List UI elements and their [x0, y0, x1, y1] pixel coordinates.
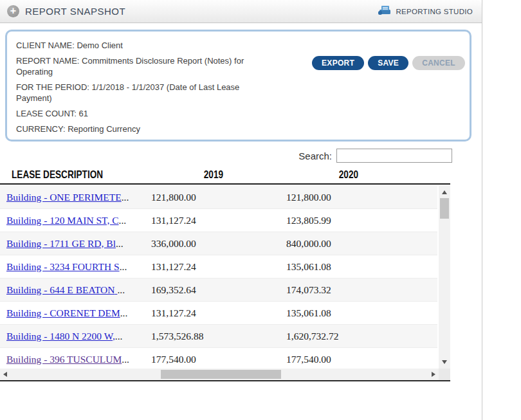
- horizontal-scrollbar[interactable]: [0, 369, 439, 380]
- scroll-right-icon[interactable]: [428, 369, 439, 379]
- report-info-panel: CLIENT NAME: Demo Client REPORT NAME: Co…: [5, 30, 471, 142]
- value-2020: 123,805.99: [286, 215, 437, 226]
- table-header: LEASE DESCRIPTION 2019 2020: [0, 166, 450, 185]
- lease-link[interactable]: Building - 3234 FOURTH S...: [6, 261, 127, 272]
- table-row: Building - ONE PERIMETE... 121,800.00 12…: [0, 186, 437, 209]
- lease-link[interactable]: Building - CORENET DEM...: [6, 307, 127, 318]
- value-2020: 1,620,732.72: [286, 331, 437, 342]
- value-2019: 177,540.00: [151, 354, 286, 365]
- reporting-studio-icon: [378, 5, 392, 18]
- value-2019: 336,000.00: [151, 238, 286, 250]
- titlebar: + REPORT SNAPSHOT REPORTING STUDIO: [0, 0, 482, 23]
- scroll-down-icon[interactable]: [439, 357, 450, 367]
- scrollbar-corner: [439, 369, 450, 380]
- table-row: Building - 644 E BEATON ... 169,352.64 1…: [0, 278, 437, 302]
- scroll-up-icon[interactable]: [439, 187, 450, 197]
- table-body: Building - ONE PERIMETE... 121,800.00 12…: [0, 186, 450, 369]
- lease-link[interactable]: Building - 120 MAIN ST, C...: [6, 215, 126, 226]
- report-snapshot-page: + REPORT SNAPSHOT REPORTING STUDIO CLI: [0, 0, 521, 420]
- column-header-2019: 2019: [146, 169, 281, 181]
- value-2020: 174,073.32: [286, 284, 437, 296]
- reporting-studio-label: REPORTING STUDIO: [396, 8, 473, 15]
- expand-plus-icon[interactable]: +: [7, 5, 19, 17]
- export-button[interactable]: EXPORT: [312, 56, 364, 70]
- lease-link[interactable]: Building - 1480 N 2200 W,...: [6, 331, 122, 342]
- value-2019: 131,127.24: [151, 215, 286, 226]
- lease-link[interactable]: Building - 396 TUSCULUM...: [6, 354, 129, 365]
- reporting-studio-button[interactable]: REPORTING STUDIO: [378, 5, 473, 18]
- table-row: Building - 120 MAIN ST, C... 131,127.24 …: [0, 209, 437, 232]
- cancel-button[interactable]: CANCEL: [412, 56, 465, 70]
- save-button[interactable]: SAVE: [368, 56, 408, 70]
- value-2019: 131,127.24: [151, 307, 286, 319]
- column-header-2020: 2020: [281, 169, 416, 181]
- vertical-scroll-thumb[interactable]: [440, 198, 449, 219]
- lease-link[interactable]: Building - ONE PERIMETE...: [6, 192, 129, 203]
- table-bottom-border: [0, 380, 450, 381]
- report-name-line: REPORT NAME: Commitments Disclosure Repo…: [16, 55, 273, 77]
- value-2019: 1,573,526.88: [151, 331, 286, 342]
- table-row: Building - 1480 N 2200 W,... 1,573,526.8…: [0, 325, 437, 348]
- page-title: REPORT SNAPSHOT: [25, 6, 125, 17]
- column-header-lease-description: LEASE DESCRIPTION: [0, 169, 146, 181]
- value-2020: 121,800.00: [286, 192, 437, 203]
- value-2019: 121,800.00: [151, 192, 286, 203]
- table-row: Building - 396 TUSCULUM... 177,540.00 17…: [0, 348, 437, 369]
- search-row: Search:: [0, 148, 452, 163]
- action-buttons: EXPORT SAVE CANCEL: [312, 56, 465, 70]
- value-2020: 840,000.00: [286, 238, 437, 250]
- client-name-line: CLIENT NAME: Demo Client: [16, 40, 273, 51]
- value-2019: 169,352.64: [151, 284, 286, 296]
- lease-link[interactable]: Building - 644 E BEATON ...: [6, 284, 125, 295]
- horizontal-scroll-thumb[interactable]: [161, 370, 281, 379]
- table-row: Building - 3234 FOURTH S... 131,127.24 1…: [0, 255, 437, 278]
- scroll-left-icon[interactable]: [0, 369, 10, 379]
- vertical-scrollbar[interactable]: [439, 186, 450, 369]
- search-label: Search:: [298, 151, 332, 161]
- table-row: Building - CORENET DEM... 131,127.24 135…: [0, 302, 437, 325]
- lease-count-line: LEASE COUNT: 61: [16, 108, 273, 119]
- value-2019: 131,127.24: [151, 261, 286, 273]
- report-snapshot-panel: + REPORT SNAPSHOT REPORTING STUDIO CLI: [0, 0, 482, 420]
- value-2020: 135,061.08: [286, 307, 437, 319]
- lease-link[interactable]: Building - 1711 GE RD, Bl...: [6, 238, 123, 249]
- currency-line: CURRENCY: Reporting Currency: [16, 123, 273, 134]
- table-row: Building - 1711 GE RD, Bl... 336,000.00 …: [0, 232, 437, 255]
- value-2020: 177,540.00: [286, 354, 437, 365]
- search-input[interactable]: [336, 149, 452, 163]
- period-line: FOR THE PERIOD: 1/1/2018 - 1/1/2037 (Dat…: [16, 82, 273, 104]
- value-2020: 135,061.08: [286, 261, 437, 273]
